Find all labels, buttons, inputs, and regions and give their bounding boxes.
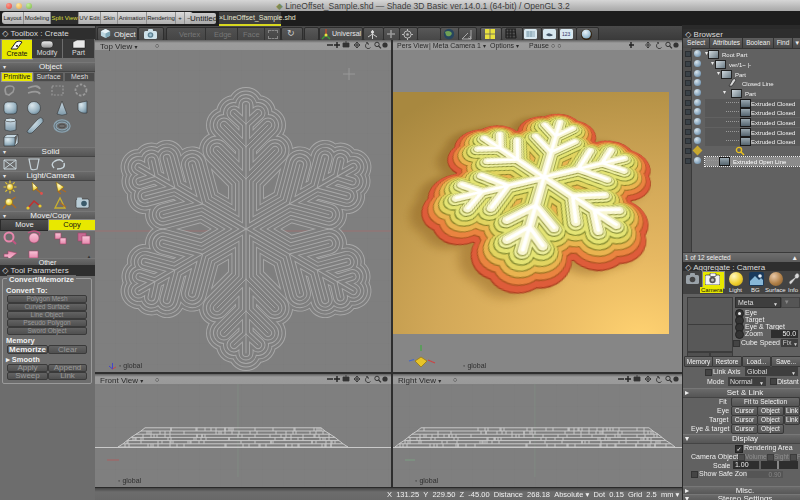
svg-text:123: 123 [562,31,571,37]
